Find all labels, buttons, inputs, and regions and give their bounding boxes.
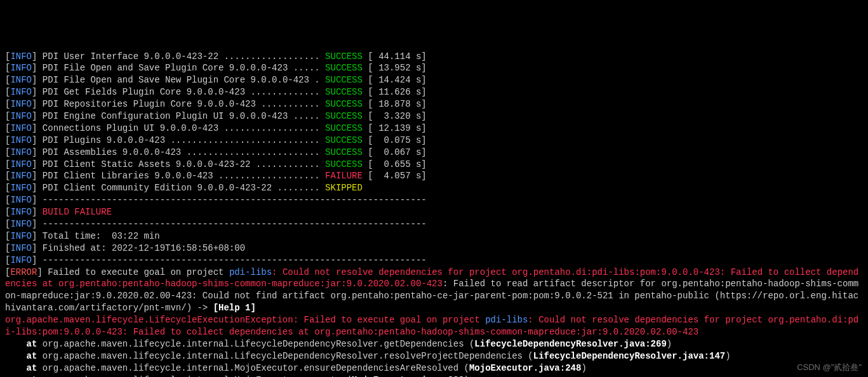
build-line: [INFO] PDI File Open and Save New Plugin… bbox=[5, 74, 863, 86]
error-line: [ERROR] Failed to execute goal on projec… bbox=[5, 267, 863, 315]
terminal-output[interactable]: [INFO] PDI User Interface 9.0.0.0-423-22… bbox=[5, 51, 863, 377]
separator-line: [INFO] ---------------------------------… bbox=[5, 218, 863, 230]
build-line: [INFO] PDI Repositories Plugin Core 9.0.… bbox=[5, 98, 863, 110]
separator-line: [INFO] ---------------------------------… bbox=[5, 194, 863, 206]
build-line: [INFO] PDI User Interface 9.0.0.0-423-22… bbox=[5, 51, 863, 63]
build-line: [INFO] PDI Get Fields Plugin Core 9.0.0.… bbox=[5, 86, 863, 98]
build-line: [INFO] PDI Client Community Edition 9.0.… bbox=[5, 182, 863, 194]
stack-trace-line: at org.apache.maven.lifecycle.internal.M… bbox=[5, 362, 863, 374]
total-time-line: [INFO] Total time: 03:22 min bbox=[5, 230, 863, 242]
stack-trace-line: at org.apache.maven.lifecycle.internal.L… bbox=[5, 350, 863, 362]
build-line: [INFO] PDI Engine Configuration Plugin U… bbox=[5, 110, 863, 122]
separator-line: [INFO] ---------------------------------… bbox=[5, 255, 863, 267]
build-line: [INFO] PDI Plugins 9.0.0.0-423 .........… bbox=[5, 135, 863, 147]
watermark: CSDN @"贰拾叁" bbox=[797, 362, 862, 373]
build-failure-line: [INFO] BUILD FAILURE bbox=[5, 206, 863, 218]
stack-trace-line: at org.apache.maven.lifecycle.internal.L… bbox=[5, 338, 863, 350]
exception-line: org.apache.maven.lifecycle.LifecycleExec… bbox=[5, 314, 863, 338]
build-line: [INFO] PDI Assemblies 9.0.0.0-423 ......… bbox=[5, 147, 863, 159]
build-line: [INFO] PDI File Open and Save Plugin Cor… bbox=[5, 62, 863, 74]
build-line: [INFO] PDI Client Static Assets 9.0.0.0-… bbox=[5, 159, 863, 171]
finished-at-line: [INFO] Finished at: 2022-12-19T16:58:56+… bbox=[5, 242, 863, 255]
build-line: [INFO] PDI Client Libraries 9.0.0.0-423 … bbox=[5, 170, 863, 182]
build-line: [INFO] Connections Plugin UI 9.0.0.0-423… bbox=[5, 122, 863, 135]
stack-trace-line: at org.apache.maven.lifecycle.internal.M… bbox=[5, 374, 863, 377]
